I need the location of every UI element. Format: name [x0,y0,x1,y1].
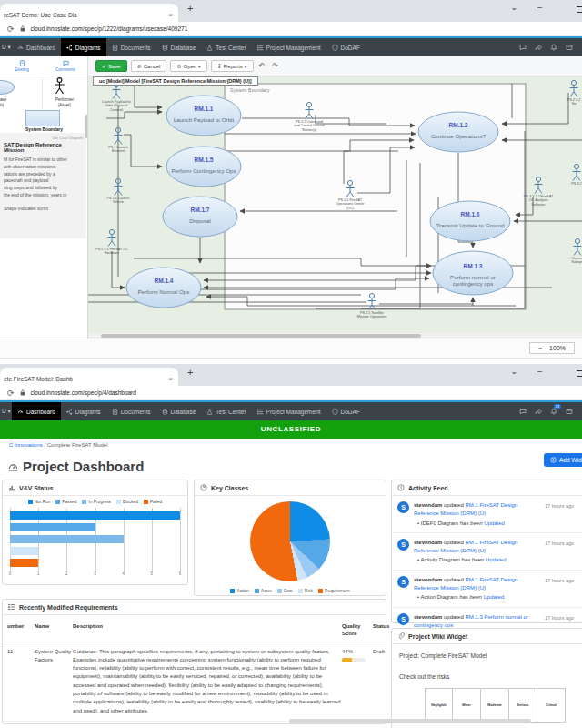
bar-blocked [10,547,38,555]
reload-icon[interactable]: ⟳ [7,389,15,398]
usecase-node-RM.1.6[interactable]: RM.1.6Transmit Update to Ground [430,201,510,241]
nav-item-test-center[interactable]: Test Center [201,38,251,56]
svg-text:Subsys.: Subsys. [571,260,582,264]
requirement-row[interactable]: 11System Quality FactorsGuidance: This p… [3,642,386,722]
minimize-icon[interactable]: – [537,3,542,12]
nav-item-documents[interactable]: Documents [106,402,156,420]
nav-item-dodaf[interactable]: DoDAF [326,38,366,56]
maximize-icon[interactable] [577,370,582,377]
usecase-shape-swatch[interactable] [0,80,15,95]
x-tick-label: 5 [151,571,154,576]
sidebar-tab-existing[interactable]: Existing [0,56,44,76]
widget-header[interactable]: Recently Modified Requirements [3,600,386,615]
sidebar-scrollbar[interactable] [85,115,87,138]
nav-item-diagrams[interactable]: Diagrams [61,402,106,420]
url-bar: ⟳ cloud.innoslate.com/spec/p/4/dashboard [0,386,582,400]
shield-icon [332,409,338,415]
window-controls[interactable]: ⌄– [510,3,542,12]
user-avatar: S [397,539,409,551]
nav-item-documents[interactable]: Documents [106,38,156,56]
browser-tab[interactable]: reSAT Demo: Use Case Dia × [0,4,178,22]
reports-menu-button[interactable]: ↧Reports ▾ [211,60,254,72]
redo-button[interactable]: ↷ [270,62,280,70]
widget-header[interactable]: Key Classes [195,480,386,496]
window-controls[interactable]: ⌄– [510,367,542,376]
chat-icon[interactable] [519,408,527,415]
diagram-canvas[interactable]: uc [Model] Model [FireSAT Design Referen… [88,76,582,339]
usecase-node-RM.1.7[interactable]: RM.1.7Disposal [163,197,237,237]
svg-text:Vehicle: Vehicle [113,200,124,204]
nav-item-dodaf[interactable]: DoDAF [326,402,366,420]
url-text[interactable]: cloud.innoslate.com/spec/p/1222/diagrams… [31,25,188,32]
svg-text:Hardware: Hardware [105,251,119,255]
actor-node[interactable]: Launch Payload toOrbit (PhysicalContext) [102,82,130,111]
diagram-status-bar: − 100% [0,339,582,359]
maximize-icon[interactable] [577,6,582,13]
sidebar-tab-comments[interactable]: Comments [44,56,87,76]
share-icon[interactable] [535,44,542,51]
add-widget-button[interactable]: Add Widg [544,453,582,467]
updated-link[interactable]: Updated [484,594,505,600]
actor-node[interactable]: PS.3.2 [571,164,581,186]
widget-header[interactable]: V&V Status [3,480,187,496]
usecase-node-RM.1.2[interactable]: RM.1.2Continue Operations? [418,112,498,152]
canvas-hscrollbar[interactable] [88,333,582,339]
project-menu-fragment[interactable]: U ▾ [0,408,12,415]
tab-close-icon[interactable]: × [168,11,173,19]
nav-item-test-center[interactable]: Test Center [201,402,251,420]
svg-text:Comm.: Comm. [572,257,582,260]
tab-close-icon[interactable]: × [168,375,173,383]
save-button[interactable]: ✓Save [95,60,127,72]
hscrollbar-thumb[interactable] [101,334,421,338]
bell-icon[interactable] [550,44,557,51]
actor-node[interactable]: PS.3.3.2.2 FireSATOC AnalysisSoftware [524,177,554,206]
bell-icon[interactable]: 23 [550,408,557,415]
undo-button[interactable]: ↶ [257,62,267,70]
description-line [4,199,83,206]
x-tick-label: 1 [37,571,40,576]
browser-tab[interactable]: ete FireSAT Model: Dashb × [0,368,178,386]
actor-node[interactable]: Comm.Subsys. [571,238,582,264]
updated-link[interactable]: Updated [484,521,505,526]
nav-item-dashboard[interactable]: Dashboard [12,38,61,56]
tab-search-icon[interactable]: ⌄ [510,3,517,12]
actor-node[interactable]: PS.2.3.2So [567,80,581,106]
cancel-button[interactable]: ⊘Cancel [131,60,167,72]
actor-node[interactable]: PS.2.3.1 FireSAT OCHardware [95,229,128,255]
widget-header[interactable]: Project Wiki Widget [392,629,582,644]
nav-item-project-management[interactable]: Project Management [252,38,326,56]
reload-icon[interactable]: ⟳ [7,25,15,34]
nav-item-diagrams[interactable]: Diagrams [61,38,106,56]
updated-link[interactable]: Updated [486,557,507,562]
usecase-node-RM.1.1[interactable]: RM.1.1Launch Payload to Orbit [166,96,241,136]
svg-text:Transmit Update to Ground: Transmit Update to Ground [436,222,505,228]
url-text[interactable]: cloud.innoslate.com/spec/p/4/dashboard [31,389,136,396]
usecase-node-RM.1.5[interactable]: RM.1.5Perform Contingency Ops [166,147,241,187]
usecase-node-RM.1.3[interactable]: RM.1.3Perform normal orcontingency ops [433,251,513,295]
nav-item-database[interactable]: Database [156,402,202,420]
share-icon[interactable] [535,408,542,415]
usecase-diagram[interactable]: System Boundary [88,76,582,339]
chat-icon[interactable] [519,44,527,51]
new-tab-button[interactable]: + [187,367,193,378]
page-scrollbar[interactable] [289,719,531,723]
zoom-out-icon[interactable]: − [538,345,542,351]
legend-item: Action [230,589,248,593]
widget-header[interactable]: Activity Feed [392,480,582,496]
nav-item-database[interactable]: Database [156,38,202,56]
usecase-node-RM.1.4[interactable]: RM.1.4Perform Normal Ops [126,268,201,308]
breadcrumb-link[interactable]: C Innovations [9,442,43,448]
tab-search-icon[interactable]: ⌄ [510,367,517,376]
new-tab-button[interactable]: + [187,3,193,14]
system-boundary-shape-swatch[interactable] [25,110,60,126]
nav-item-dashboard[interactable]: Dashboard [12,402,61,420]
open-menu-button[interactable]: ⊙Open ▾ [170,60,206,72]
legend-item: In Progress [82,500,111,504]
performer-shape-swatch[interactable] [53,77,66,99]
win-icon[interactable] [566,408,573,415]
minimize-icon[interactable]: – [537,367,542,376]
nav-item-project-management[interactable]: Project Management [252,402,326,420]
project-menu-fragment[interactable]: U ▾ [0,44,12,51]
zoom-control[interactable]: − 100% [529,342,575,354]
win-icon[interactable] [566,44,573,51]
